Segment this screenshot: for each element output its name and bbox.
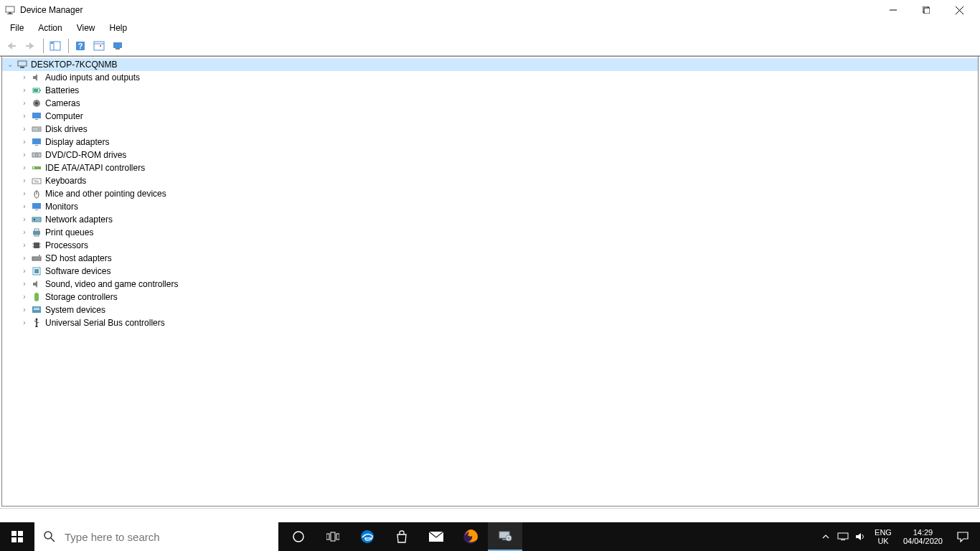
- tree-category[interactable]: ›Cameras: [2, 97, 978, 110]
- computer-icon: [17, 59, 28, 70]
- expand-icon[interactable]: ›: [19, 281, 29, 288]
- category-label: Storage controllers: [45, 292, 118, 302]
- tree-category[interactable]: ›Audio inputs and outputs: [2, 71, 978, 84]
- volume-icon[interactable]: [852, 522, 869, 551]
- expand-icon[interactable]: ›: [19, 190, 29, 197]
- category-icon: [31, 214, 42, 225]
- tree-category[interactable]: ›Network adapters: [2, 213, 978, 226]
- help-button[interactable]: ?: [72, 38, 89, 54]
- tree-category[interactable]: ›Processors: [2, 239, 978, 252]
- svg-rect-2: [7, 14, 13, 14]
- expand-icon[interactable]: ›: [19, 138, 29, 146]
- forward-button[interactable]: [22, 38, 39, 54]
- expand-icon[interactable]: ›: [19, 100, 29, 107]
- back-button[interactable]: [3, 38, 20, 54]
- tree-category[interactable]: ›Batteries: [2, 84, 978, 97]
- input-indicator-icon[interactable]: [834, 522, 852, 551]
- category-icon: [31, 188, 42, 199]
- language-indicator[interactable]: ENG UK: [869, 528, 897, 545]
- scan-hardware-button[interactable]: [109, 38, 126, 54]
- tree-category[interactable]: ›System devices: [2, 303, 978, 316]
- svg-rect-45: [35, 209, 38, 210]
- minimize-button[interactable]: [877, 0, 910, 20]
- svg-rect-19: [116, 48, 120, 50]
- taskbar-app-mail[interactable]: [419, 522, 453, 551]
- category-icon: [31, 240, 42, 251]
- expand-icon[interactable]: ›: [19, 164, 29, 171]
- tree-category[interactable]: ›Universal Serial Bus controllers: [2, 316, 978, 329]
- taskbar-clock[interactable]: 14:29 04/04/2020: [897, 528, 948, 545]
- category-label: Computer: [45, 111, 83, 121]
- expand-icon[interactable]: ›: [19, 151, 29, 159]
- tree-category[interactable]: ›Mice and other pointing devices: [2, 187, 978, 200]
- svg-rect-29: [32, 127, 41, 131]
- expand-icon[interactable]: ›: [19, 177, 29, 184]
- action-center-button[interactable]: [948, 522, 977, 551]
- cortana-button[interactable]: [281, 522, 316, 551]
- properties-button[interactable]: [90, 38, 108, 54]
- menu-file[interactable]: File: [3, 21, 31, 35]
- menu-view[interactable]: View: [70, 21, 103, 35]
- category-label: SD host adapters: [45, 253, 112, 263]
- expand-icon[interactable]: ›: [19, 87, 29, 94]
- tree-category[interactable]: ›Sound, video and game controllers: [2, 278, 978, 291]
- show-hide-console-tree-button[interactable]: [47, 38, 64, 54]
- svg-rect-59: [34, 269, 39, 273]
- titlebar: Device Manager: [0, 0, 980, 20]
- expand-icon[interactable]: ›: [19, 203, 29, 210]
- svg-rect-50: [34, 235, 39, 236]
- tree-category[interactable]: ›Print queues: [2, 226, 978, 239]
- taskbar-app-edge[interactable]: [350, 522, 385, 551]
- expand-icon[interactable]: ›: [19, 242, 29, 249]
- expand-icon[interactable]: ›: [19, 126, 29, 133]
- tree-category[interactable]: ›SD host adapters: [2, 252, 978, 265]
- expand-icon[interactable]: ›: [19, 268, 29, 275]
- expand-icon[interactable]: ›: [19, 306, 29, 314]
- toolbar: ?: [0, 36, 980, 56]
- svg-rect-39: [35, 180, 36, 181]
- menu-help[interactable]: Help: [103, 21, 135, 35]
- svg-point-26: [35, 102, 38, 105]
- expand-icon[interactable]: ›: [19, 229, 29, 236]
- svg-rect-72: [18, 537, 23, 542]
- tree-category[interactable]: ›DVD/CD-ROM drives: [2, 149, 978, 161]
- category-label: Keyboards: [45, 176, 86, 186]
- tree-category[interactable]: ›Software devices: [2, 265, 978, 278]
- expand-icon[interactable]: ›: [19, 319, 29, 326]
- taskbar-search[interactable]: [34, 522, 278, 551]
- tree-category[interactable]: ›Storage controllers: [2, 291, 978, 303]
- task-view-button[interactable]: [316, 522, 350, 551]
- start-button[interactable]: [0, 522, 34, 551]
- tray-overflow-icon[interactable]: [817, 522, 834, 551]
- device-tree[interactable]: ⌄ DESKTOP-7KCQNMB ›Audio inputs and outp…: [1, 57, 979, 507]
- svg-rect-46: [32, 217, 41, 222]
- status-area: [0, 508, 980, 522]
- expand-icon[interactable]: ›: [19, 74, 29, 81]
- tree-category[interactable]: ›IDE ATA/ATAPI controllers: [2, 161, 978, 174]
- tree-category[interactable]: ›Disk drives: [2, 123, 978, 136]
- expand-icon[interactable]: ›: [19, 255, 29, 262]
- tree-category[interactable]: ›Display adapters: [2, 136, 978, 149]
- category-icon: [31, 123, 42, 135]
- collapse-icon[interactable]: ⌄: [5, 61, 15, 68]
- svg-rect-69: [11, 531, 17, 536]
- tree-category[interactable]: ›Keyboards: [2, 174, 978, 187]
- tree-category[interactable]: ›Computer: [2, 110, 978, 123]
- close-button[interactable]: [943, 0, 976, 20]
- expand-icon[interactable]: ›: [19, 216, 29, 223]
- category-icon: [31, 278, 42, 290]
- expand-icon[interactable]: ›: [19, 113, 29, 120]
- taskbar-app-store[interactable]: [385, 522, 419, 551]
- taskbar-app-firefox[interactable]: [453, 522, 488, 551]
- svg-rect-20: [18, 61, 27, 66]
- menu-action[interactable]: Action: [31, 21, 69, 35]
- category-label: DVD/CD-ROM drives: [45, 150, 126, 160]
- expand-icon[interactable]: ›: [19, 293, 29, 301]
- search-input[interactable]: [65, 531, 270, 543]
- maximize-button[interactable]: [910, 0, 943, 20]
- tree-category[interactable]: ›Monitors: [2, 200, 978, 213]
- taskbar-app-device-manager[interactable]: [488, 522, 522, 551]
- tree-root[interactable]: ⌄ DESKTOP-7KCQNMB: [2, 58, 978, 71]
- svg-rect-86: [838, 533, 848, 539]
- svg-text:?: ?: [78, 42, 83, 50]
